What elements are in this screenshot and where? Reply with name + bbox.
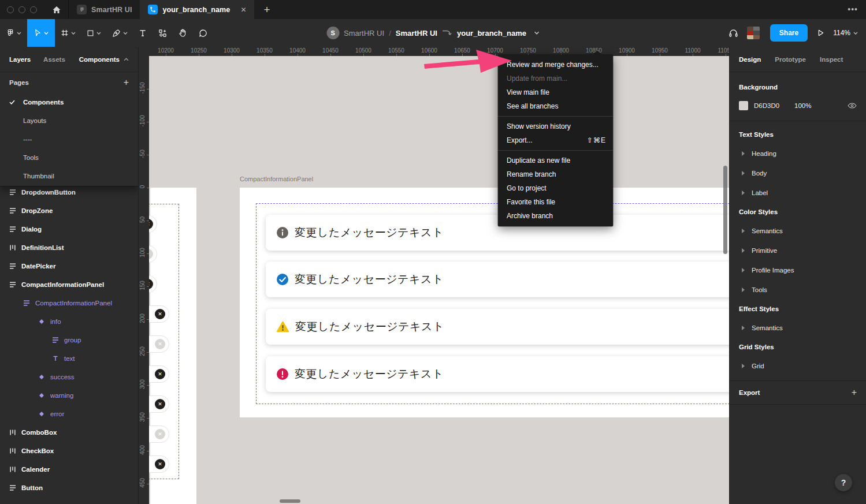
menu-item-go-to-project[interactable]: Go to project <box>498 181 613 195</box>
message-card-info[interactable]: 変更したメッセージテキスト <box>266 215 729 251</box>
present-play-icon[interactable] <box>816 28 825 38</box>
message-card-warning[interactable]: 変更したメッセージテキスト <box>266 309 729 345</box>
disclosure-triangle-icon[interactable] <box>742 171 745 176</box>
page-item-label: Layouts <box>23 117 46 124</box>
style-item-label[interactable]: Label <box>730 183 866 203</box>
message-card-error[interactable]: 変更したメッセージテキスト <box>266 356 729 392</box>
menu-item-duplicate-as-new-file[interactable]: Duplicate as new file <box>498 154 613 167</box>
disclosure-triangle-icon[interactable] <box>742 288 745 292</box>
layer-item-text[interactable]: text <box>0 349 138 368</box>
style-item-body[interactable]: Body <box>730 163 866 183</box>
background-opacity-value[interactable]: 100% <box>794 102 811 109</box>
team-avatar[interactable]: S <box>326 27 339 39</box>
breadcrumb-file[interactable]: SmartHR UI <box>396 29 437 38</box>
tab-branch[interactable]: your_branch_name ✕ <box>140 0 254 19</box>
layer-item-error[interactable]: error <box>0 405 138 423</box>
share-button[interactable]: Share <box>770 24 808 42</box>
menu-item-archive-branch[interactable]: Archive branch <box>498 209 613 223</box>
style-item-heading[interactable]: Heading <box>730 144 866 163</box>
move-tool-button[interactable] <box>27 19 55 47</box>
layer-item-checkbox[interactable]: CheckBox <box>0 442 138 460</box>
layer-item-warning[interactable]: warning <box>0 386 138 405</box>
page-selector[interactable]: Components <box>79 56 129 63</box>
menu-item-show-version-history[interactable]: Show version history <box>498 120 613 133</box>
layer-item-info[interactable]: info <box>0 312 138 331</box>
branch-menu-chevron-icon[interactable] <box>534 31 540 35</box>
style-item-grid[interactable]: Grid <box>730 356 866 376</box>
layer-item-compactinformationpanel[interactable]: CompactInformationPanel <box>0 275 138 294</box>
disclosure-triangle-icon[interactable] <box>742 191 745 195</box>
page-item-layouts[interactable]: Layouts <box>0 111 138 130</box>
page-item-[interactable]: ---- <box>0 130 138 148</box>
layer-item-calender[interactable]: Calender <box>0 460 138 479</box>
minimize-window-icon[interactable] <box>18 6 25 13</box>
help-button[interactable]: ? <box>835 474 852 491</box>
style-item-tools[interactable]: Tools <box>730 280 866 300</box>
style-item-semantics[interactable]: Semantics <box>730 318 866 338</box>
main-menu-button[interactable] <box>0 19 27 47</box>
menu-item-rename-branch[interactable]: Rename branch <box>498 167 613 181</box>
window-controls[interactable] <box>0 6 45 13</box>
style-item-primitive[interactable]: Primitive <box>730 241 866 260</box>
frame-tool-button[interactable] <box>55 19 81 47</box>
message-card-success[interactable]: 変更したメッセージテキスト <box>266 262 729 297</box>
layer-item-combobox[interactable]: ComboBox <box>0 423 138 442</box>
resources-tool-button[interactable] <box>153 19 173 47</box>
menu-item-favorite-this-file[interactable]: Favorite this file <box>498 195 613 209</box>
tab-prototype[interactable]: Prototype <box>775 56 806 63</box>
more-options-icon[interactable]: ••• <box>848 5 858 14</box>
zoom-level-control[interactable]: 114% <box>833 29 858 37</box>
hand-tool-button[interactable] <box>173 19 193 47</box>
tab-inspect[interactable]: Inspect <box>820 56 843 63</box>
disclosure-triangle-icon[interactable] <box>742 248 745 253</box>
background-color-swatch[interactable] <box>739 101 748 110</box>
audio-headphones-icon[interactable] <box>728 28 739 39</box>
style-item-profile-images[interactable]: Profile Images <box>730 260 866 280</box>
menu-item-review-and-merge-changes[interactable]: Review and merge changes... <box>498 58 613 72</box>
background-hex-value[interactable]: D6D3D0 <box>754 102 789 109</box>
disclosure-triangle-icon[interactable] <box>742 268 745 272</box>
menu-item-view-main-file[interactable]: View main file <box>498 85 613 99</box>
tab-assets[interactable]: Assets <box>43 56 65 63</box>
layer-item-dialog[interactable]: Dialog <box>0 220 138 238</box>
vertical-scrollbar[interactable] <box>723 166 727 254</box>
home-button[interactable] <box>45 0 68 19</box>
layer-item-compactinformationpanel[interactable]: CompactInformationPanel <box>0 294 138 312</box>
tab-design[interactable]: Design <box>739 56 761 63</box>
page-item-tools[interactable]: Tools <box>0 148 138 167</box>
close-tab-icon[interactable]: ✕ <box>240 6 246 14</box>
pen-tool-button[interactable] <box>106 19 133 47</box>
visibility-eye-icon[interactable] <box>848 102 857 109</box>
menu-item-export[interactable]: Export...⇧⌘E <box>498 133 613 147</box>
add-export-button[interactable]: + <box>852 387 857 398</box>
disclosure-triangle-icon[interactable] <box>742 151 745 156</box>
style-item-semantics[interactable]: Semantics <box>730 221 866 241</box>
breadcrumb-branch[interactable]: your_branch_name <box>457 29 526 38</box>
maximize-window-icon[interactable] <box>30 6 37 13</box>
user-avatar[interactable] <box>747 27 760 39</box>
frame-name-label[interactable]: CompactInformationPanel <box>240 176 313 182</box>
add-page-button[interactable]: + <box>124 77 129 88</box>
horizontal-scrollbar[interactable] <box>280 499 300 503</box>
disclosure-triangle-icon[interactable] <box>742 326 745 330</box>
menu-item-see-all-branches[interactable]: See all branches <box>498 99 613 113</box>
tab-layers[interactable]: Layers <box>9 56 31 63</box>
layer-item-definitionlist[interactable]: DefinitionList <box>0 238 138 257</box>
page-item-thumbnail[interactable]: Thumbnail <box>0 167 138 185</box>
layer-item-success[interactable]: success <box>0 368 138 386</box>
breadcrumb-team[interactable]: SmartHR UI <box>344 29 384 38</box>
layer-item-dropzone[interactable]: DropZone <box>0 201 138 220</box>
text-tool-button[interactable] <box>133 19 153 47</box>
shape-tool-button[interactable] <box>81 19 106 47</box>
tab-smarthr-ui[interactable]: SmartHR UI <box>68 0 140 19</box>
disclosure-triangle-icon[interactable] <box>742 229 745 233</box>
layer-item-group[interactable]: group <box>0 331 138 349</box>
disclosure-triangle-icon[interactable] <box>742 364 745 368</box>
comment-tool-button[interactable] <box>193 19 213 47</box>
new-tab-button[interactable]: + <box>254 3 279 16</box>
canvas-viewport[interactable]: ✕✕✕✕✕✕✕✕✕ CompactInformationPanel 変更したメッ… <box>139 47 729 504</box>
layer-item-button[interactable]: Button <box>0 479 138 497</box>
close-window-icon[interactable] <box>7 6 14 13</box>
page-item-components[interactable]: Components <box>0 93 138 111</box>
layer-item-datepicker[interactable]: DatePicker <box>0 257 138 275</box>
